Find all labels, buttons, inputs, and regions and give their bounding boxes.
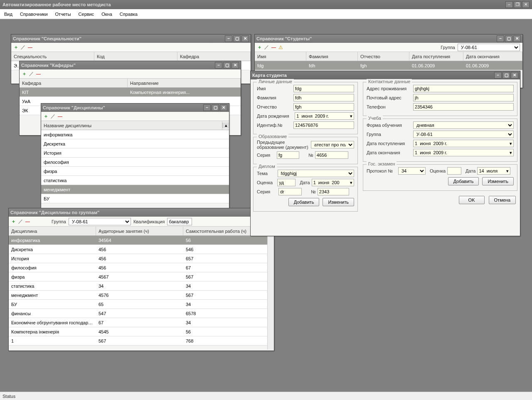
menu-service[interactable]: Сервис <box>79 12 94 17</box>
maximize-icon[interactable]: ▢ <box>223 62 231 69</box>
close-icon[interactable]: ✕ <box>241 35 249 42</box>
diploma-series-input[interactable] <box>278 188 302 195</box>
edit-icon[interactable]: ／ <box>18 218 23 225</box>
table-row[interactable]: менеджмент4576567 <box>9 291 274 300</box>
table-row[interactable]: финансы5476578 <box>9 309 274 318</box>
close-icon[interactable]: ✕ <box>513 35 521 42</box>
scroll-up-icon[interactable]: ▴ <box>222 123 229 128</box>
delete-icon[interactable]: — <box>36 72 41 77</box>
col-dept[interactable]: Кафедра <box>177 52 251 61</box>
table-row[interactable]: fdg fdh fgh 01.06.2009 01.06.2009 <box>255 61 522 70</box>
table-row[interactable]: философия45667 <box>9 263 274 272</box>
col-discipline[interactable]: Дисциплина <box>9 227 96 235</box>
edit-icon[interactable]: ／ <box>29 71 34 77</box>
close-icon[interactable]: ✕ <box>522 1 530 8</box>
end-date-picker[interactable]: 1июня2009 г.▾ <box>413 149 514 156</box>
list-item[interactable]: БУ <box>41 194 229 203</box>
menu-view[interactable]: Вид <box>4 12 12 17</box>
table-row[interactable]: статистика3434 <box>9 281 274 291</box>
study-form-select[interactable]: дневная <box>413 121 514 129</box>
menu-refs[interactable]: Справочники <box>20 12 48 17</box>
table-row[interactable]: Дискретка456546 <box>9 245 274 254</box>
table-row[interactable]: 1567768 <box>9 336 274 346</box>
edu-series-input[interactable] <box>277 151 299 159</box>
list-item[interactable]: статистика <box>41 176 229 185</box>
diploma-topic-select[interactable]: fdgghigj <box>278 170 354 177</box>
menu-windows[interactable]: Окна <box>101 12 112 17</box>
list-item[interactable]: информатика <box>41 130 229 139</box>
cancel-button[interactable]: Отмена <box>489 196 516 204</box>
close-icon[interactable]: ✕ <box>232 62 239 69</box>
minimize-icon[interactable]: – <box>203 104 211 111</box>
delete-icon[interactable]: — <box>28 45 32 50</box>
study-group-select[interactable]: У-08-61 <box>413 131 514 138</box>
col-last[interactable]: Фамилия <box>306 52 358 61</box>
table-row[interactable]: информатика3456456 <box>9 236 274 245</box>
list-item[interactable]: Дискретка <box>41 139 229 148</box>
col-dept[interactable]: Кафедра <box>20 79 128 87</box>
add-icon[interactable]: ＋ <box>22 71 27 77</box>
window-disciplines[interactable]: Справочник "Дисциплины" – ▢ ✕ ＋ ／ — Назв… <box>41 103 229 224</box>
address-input[interactable] <box>413 85 514 92</box>
prev-edu-select[interactable]: атестат про пол <box>311 141 354 148</box>
maximize-icon[interactable]: ▢ <box>505 35 512 42</box>
table-row[interactable]: КІТКомпьютерная инженерия... <box>20 88 241 97</box>
col-direction[interactable]: Направление <box>128 79 241 87</box>
table-row[interactable]: БУ6534 <box>9 300 274 309</box>
col-name[interactable]: Имя <box>255 52 306 61</box>
minimize-icon[interactable]: – <box>225 35 232 42</box>
table-row[interactable]: Економічне обгрунтування господарч...673… <box>9 318 274 327</box>
edit-icon[interactable]: ／ <box>51 113 55 119</box>
edit-icon[interactable]: ／ <box>21 44 25 50</box>
diploma-grade-input[interactable] <box>277 179 296 186</box>
name-input[interactable] <box>293 85 354 92</box>
diploma-number-input[interactable] <box>318 188 349 195</box>
window-student-card[interactable]: Карта студента – ▢ ✕ Личные данные Имя Ф… <box>250 71 520 236</box>
add-icon[interactable]: ＋ <box>257 44 262 50</box>
window-group-disciplines[interactable]: Справочник "Дисциплины по группам" ＋ ／ —… <box>8 208 274 351</box>
enroll-date-picker[interactable]: 1июня2009 г.▾ <box>413 140 514 147</box>
maximize-icon[interactable]: ❐ <box>514 1 521 8</box>
col-specialty[interactable]: Специальность <box>11 52 94 61</box>
list-item[interactable]: философия <box>41 158 229 167</box>
id-input[interactable] <box>293 121 354 129</box>
exam-grade-input[interactable] <box>447 167 461 175</box>
edit-icon[interactable]: ／ <box>264 44 269 50</box>
add-icon[interactable]: ＋ <box>11 218 16 225</box>
add-icon[interactable]: ＋ <box>44 113 48 119</box>
table-row[interactable]: физра4567567 <box>9 272 274 281</box>
phone-input[interactable] <box>413 103 514 111</box>
table-row[interactable]: История456657 <box>9 254 274 263</box>
scrollbar[interactable] <box>267 236 274 350</box>
qual-input[interactable] <box>167 218 192 225</box>
diploma-add-button[interactable]: Добавить <box>288 198 320 206</box>
close-icon[interactable]: ✕ <box>220 104 227 111</box>
minimize-icon[interactable]: – <box>494 72 502 79</box>
diploma-date-picker[interactable]: 1июня200▾ <box>312 179 354 186</box>
group-select[interactable]: У-08-61 <box>458 44 520 51</box>
exam-proto-select[interactable]: 34 <box>398 167 426 175</box>
delete-icon[interactable]: — <box>58 114 62 119</box>
col-patr[interactable]: Отчество <box>358 52 409 61</box>
patronymic-input[interactable] <box>293 103 354 111</box>
close-icon[interactable]: ✕ <box>511 72 518 79</box>
menu-reports[interactable]: Отчеты <box>55 12 71 17</box>
maximize-icon[interactable]: ▢ <box>233 35 241 42</box>
dob-date-picker[interactable]: 1июня2009 г.▾ <box>295 112 354 120</box>
table-row[interactable]: Компютерна інженерія454556 <box>9 327 274 336</box>
exam-date-picker[interactable]: 14июля▾ <box>477 167 510 175</box>
col-enroll[interactable]: Дата поступления <box>409 52 463 61</box>
warning-icon[interactable]: ⚠ <box>278 44 283 50</box>
col-discipline-name[interactable]: Название дисциплины <box>41 121 222 130</box>
maximize-icon[interactable]: ▢ <box>212 104 219 111</box>
list-item[interactable]: менеджмент <box>41 185 229 194</box>
exam-edit-button[interactable]: Изменить <box>482 177 514 185</box>
diploma-edit-button[interactable]: Изменить <box>323 198 354 206</box>
list-item[interactable]: История <box>41 148 229 158</box>
minimize-icon[interactable]: – <box>497 35 504 42</box>
delete-icon[interactable]: — <box>271 45 276 50</box>
lastname-input[interactable] <box>293 94 354 101</box>
group-select[interactable]: У-08-61 <box>69 218 131 225</box>
ok-button[interactable]: OK <box>459 196 485 204</box>
add-icon[interactable]: ＋ <box>14 44 18 50</box>
